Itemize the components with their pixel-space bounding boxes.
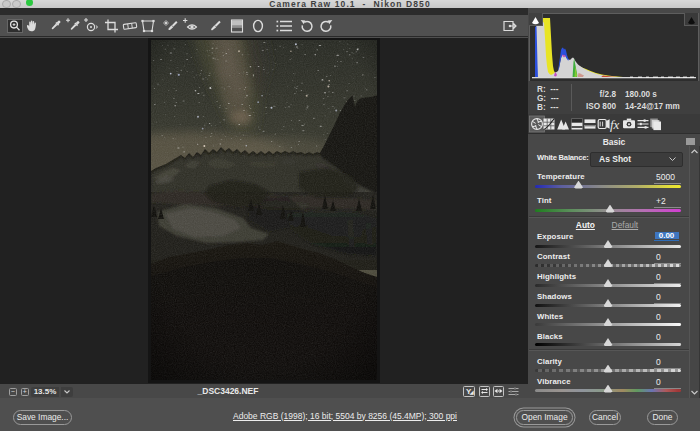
svg-text:fx: fx xyxy=(610,116,620,131)
